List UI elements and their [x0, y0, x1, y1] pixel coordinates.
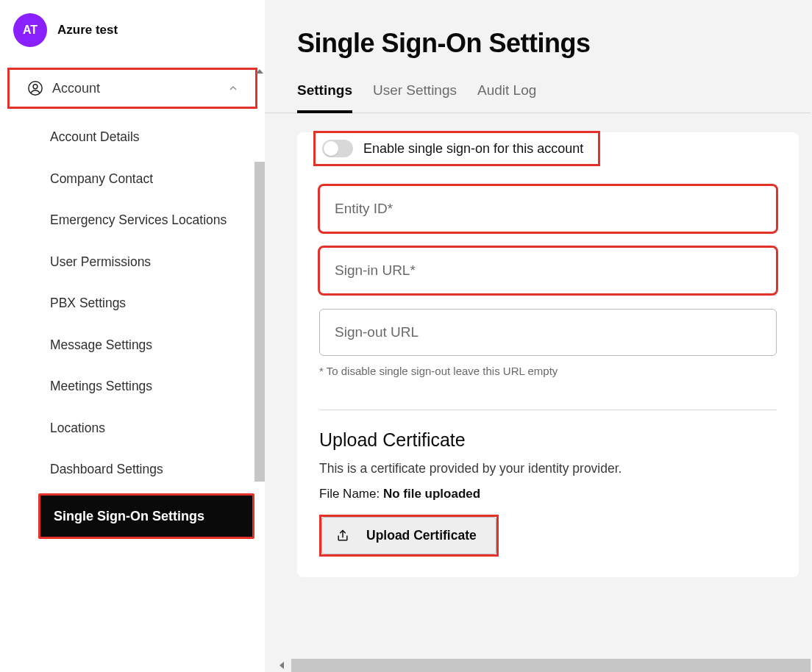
nav-section-account[interactable]: Account [7, 68, 257, 109]
entity-id-field[interactable]: Entity ID* [319, 185, 777, 232]
sidebar-item-locations[interactable]: Locations [0, 407, 249, 449]
account-header: AT Azure test [0, 0, 265, 68]
tabs: Settings User Settings Audit Log [265, 59, 811, 113]
svg-point-1 [33, 85, 38, 89]
enable-sso-label: Enable single sign-on for this account [363, 141, 583, 157]
enable-sso-toggle[interactable] [322, 140, 353, 157]
sidebar-item-label: Single Sign-On Settings [40, 496, 252, 537]
sidebar-item-dashboard-settings[interactable]: Dashboard Settings [0, 448, 249, 490]
sidebar: AT Azure test Account [0, 0, 265, 672]
signout-hint: * To disable single sign-out leave this … [319, 365, 777, 377]
sidebar-item-account-details[interactable]: Account Details [0, 116, 249, 158]
upload-icon [335, 529, 350, 543]
main-content: Single Sign-On Settings Settings User Se… [265, 0, 812, 672]
account-name: Azure test [57, 23, 118, 37]
account-icon [27, 80, 43, 96]
tab-settings[interactable]: Settings [297, 82, 352, 113]
upload-button-highlight: Upload Certificate [319, 515, 499, 557]
signout-url-field[interactable]: Sign-out URL [319, 309, 777, 356]
upload-certificate-button[interactable]: Upload Certificate [321, 517, 496, 554]
page-title: Single Sign-On Settings [265, 0, 811, 59]
settings-card: Enable single sign-on for this account E… [297, 132, 799, 577]
sidebar-item-message-settings[interactable]: Message Settings [0, 324, 249, 366]
sidebar-item-user-permissions[interactable]: User Permissions [0, 241, 249, 283]
avatar: AT [13, 13, 47, 47]
scrollbar-vertical[interactable] [254, 68, 265, 481]
sidebar-item-meetings-settings[interactable]: Meetings Settings [0, 365, 249, 407]
sidebar-item-pbx-settings[interactable]: PBX Settings [0, 282, 249, 324]
chevron-up-icon [227, 82, 239, 94]
sidebar-item-company-contact[interactable]: Company Contact [0, 158, 249, 200]
enable-sso-row: Enable single sign-on for this account [313, 131, 600, 166]
file-name-value: No file uploaded [383, 487, 480, 501]
file-name-label: File Name: [319, 487, 380, 501]
upload-section: Upload Certificate This is a certificate… [297, 410, 799, 557]
form-area: Entity ID* Sign-in URL* Sign-out URL * T… [297, 168, 799, 377]
nav-section-label: Account [52, 81, 100, 96]
upload-title: Upload Certificate [319, 429, 777, 451]
toggle-knob [324, 141, 338, 156]
tab-user-settings[interactable]: User Settings [373, 82, 457, 112]
signin-url-field[interactable]: Sign-in URL* [319, 247, 777, 294]
scrollbar-arrow-up-icon[interactable] [256, 69, 263, 74]
scrollbar-arrow-left-icon[interactable] [279, 662, 284, 669]
tab-audit-log[interactable]: Audit Log [477, 82, 536, 112]
upload-description: This is a certificate provided by your i… [319, 461, 777, 476]
scrollbar-thumb[interactable] [254, 162, 265, 482]
file-name-line: File Name: No file uploaded [319, 487, 777, 501]
upload-button-label: Upload Certificate [366, 528, 477, 543]
nav-items: Account Details Company Contact Emergenc… [0, 109, 265, 539]
sidebar-item-sso-settings[interactable]: Single Sign-On Settings [38, 493, 254, 539]
sidebar-item-emergency-services[interactable]: Emergency Services Locations [0, 199, 249, 241]
sidebar-scroll-area: Account Account Details Company Contact … [0, 68, 265, 672]
scrollbar-thumb-horizontal[interactable] [291, 659, 811, 672]
scrollbar-horizontal[interactable] [265, 659, 812, 672]
